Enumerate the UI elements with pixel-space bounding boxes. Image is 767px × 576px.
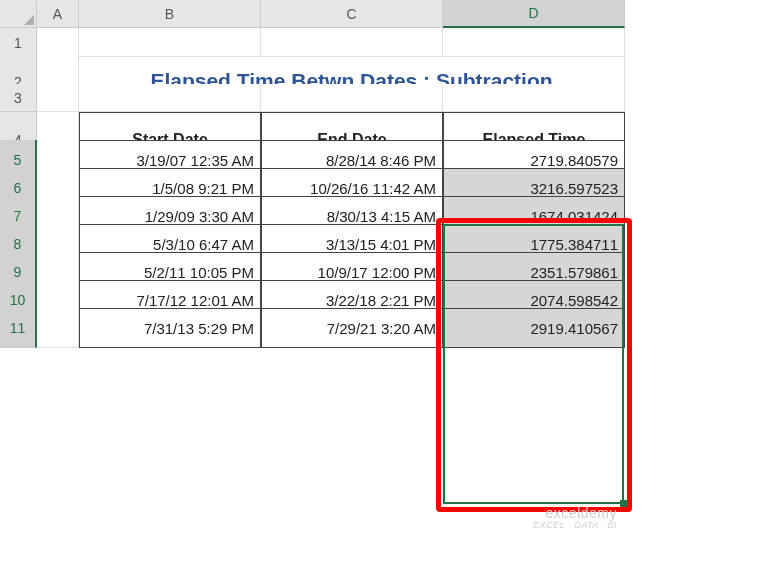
row-header-11[interactable]: 11	[0, 308, 37, 348]
cell-C1[interactable]	[261, 28, 443, 59]
watermark-line2: EXCEL · DATA · BI	[533, 521, 617, 531]
cell-C11[interactable]: 7/29/21 3:20 AM	[261, 308, 443, 348]
col-header-A[interactable]: A	[37, 0, 79, 28]
watermark: exceldemy EXCEL · DATA · BI	[533, 506, 617, 531]
cell-B3[interactable]	[79, 84, 261, 112]
cell-D1[interactable]	[443, 28, 625, 59]
col-header-B[interactable]: B	[79, 0, 261, 28]
spreadsheet-grid: A B C D 1 2 Elapsed Time Betwn Dates : S…	[0, 0, 767, 336]
cell-A11[interactable]	[37, 308, 79, 348]
cell-A3[interactable]	[37, 84, 79, 112]
cell-C3[interactable]	[261, 84, 443, 112]
col-header-D[interactable]: D	[443, 0, 625, 28]
row-header-3[interactable]: 3	[0, 84, 37, 112]
selection-fill-handle[interactable]	[620, 500, 627, 507]
watermark-line1: exceldemy	[533, 506, 617, 521]
cell-B1[interactable]	[79, 28, 261, 59]
row-header-1[interactable]: 1	[0, 28, 37, 59]
cell-D3[interactable]	[443, 84, 625, 112]
select-all-corner[interactable]	[0, 0, 37, 28]
cell-D11[interactable]: 2919.410567	[443, 308, 625, 348]
cell-A1[interactable]	[37, 28, 79, 59]
cell-B11[interactable]: 7/31/13 5:29 PM	[79, 308, 261, 348]
col-header-C[interactable]: C	[261, 0, 443, 28]
